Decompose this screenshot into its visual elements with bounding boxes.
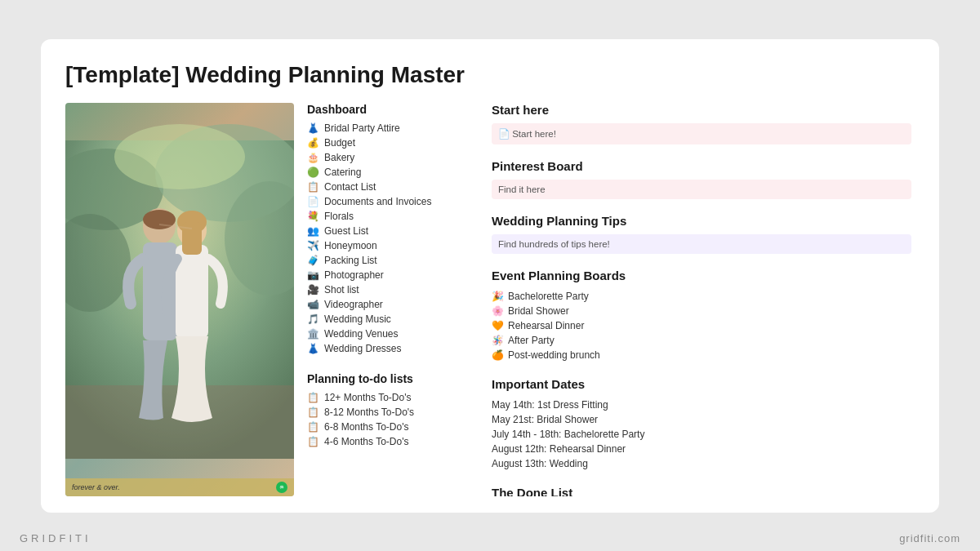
- dashboard-item[interactable]: 👗Wedding Dresses: [307, 341, 475, 356]
- planning-item-label: 8-12 Months To-Do's: [324, 407, 414, 418]
- date-item: August 13th: Wedding: [492, 456, 911, 471]
- planning-item-label: 6-8 Months To-Do's: [324, 421, 408, 433]
- wedding-tips-title: Wedding Planning Tips: [492, 214, 911, 231]
- dashboard-item-emoji: 📷: [307, 269, 320, 281]
- dashboard-item[interactable]: 📷Photographer: [307, 268, 475, 282]
- dashboard-item-label: Wedding Venues: [324, 328, 399, 340]
- event-item-label: Rehearsal Dinner: [508, 320, 584, 331]
- important-dates-list: May 14th: 1st Dress FittingMay 21st: Bri…: [492, 398, 911, 471]
- planning-item-label: 12+ Months To-Do's: [324, 392, 411, 403]
- dashboard-item-label: Bridal Party Attire: [324, 122, 400, 134]
- dashboard-item-emoji: 👗: [307, 343, 320, 354]
- wedding-tips-sub[interactable]: Find hundreds of tips here!: [492, 234, 911, 254]
- dashboard-item[interactable]: ✈️Honeymoon: [307, 238, 475, 253]
- dashboard-item[interactable]: 📹Videographer: [307, 297, 475, 312]
- event-item-emoji: 🌸: [492, 305, 504, 317]
- event-board-item[interactable]: 🎉Bachelorette Party: [492, 289, 911, 304]
- planning-item[interactable]: 📋8-12 Months To-Do's: [307, 405, 475, 420]
- dashboard-item-label: Shot list: [324, 284, 359, 295]
- dashboard-item[interactable]: 💰Budget: [307, 136, 475, 150]
- dashboard-heading: Dashboard: [307, 103, 475, 116]
- event-item-label: After Party: [508, 335, 555, 346]
- dashboard-item-label: Contact List: [324, 181, 376, 193]
- event-item-emoji: 🍊: [492, 349, 504, 361]
- right-column: Start here 📄 Start here! Pinterest Board…: [492, 103, 915, 496]
- planning-item-emoji: 📋: [307, 392, 320, 403]
- brand-left: GRIDFITI: [20, 532, 91, 544]
- dashboard-item[interactable]: 👥Guest List: [307, 224, 475, 238]
- photo-bg: forever & over.: [65, 103, 294, 496]
- done-list-section: The Done List As you finish booking vend…: [492, 486, 911, 496]
- event-board-item[interactable]: 🍊Post-wedding brunch: [492, 348, 911, 362]
- planning-item-label: 4-6 Months To-Do's: [324, 436, 408, 447]
- dashboard-item-label: Videographer: [324, 299, 383, 310]
- dashboard-item[interactable]: 📄Documents and Invoices: [307, 194, 475, 209]
- photo-overlay: forever & over.: [65, 478, 294, 496]
- event-item-label: Post-wedding brunch: [508, 349, 600, 361]
- page-title: [Template] Wedding Planning Master: [65, 62, 915, 88]
- event-item-label: Bridal Shower: [508, 305, 569, 317]
- dashboard-item[interactable]: 👗Bridal Party Attire: [307, 121, 475, 136]
- dashboard-item-label: Wedding Dresses: [324, 343, 402, 354]
- svg-point-16: [278, 484, 285, 491]
- dashboard-item-emoji: 📹: [307, 299, 320, 310]
- date-item: July 14th - 18th: Bachelorette Party: [492, 427, 911, 442]
- dashboard-item-emoji: 🎵: [307, 313, 320, 325]
- dashboard-item[interactable]: 🧳Packing List: [307, 253, 475, 268]
- planning-item[interactable]: 📋12+ Months To-Do's: [307, 390, 475, 405]
- dashboard-item-label: Wedding Music: [324, 313, 391, 325]
- middle-column: Dashboard 👗Bridal Party Attire💰Budget🎂Ba…: [307, 103, 479, 496]
- dashboard-item-label: Guest List: [324, 225, 368, 237]
- dashboard-item[interactable]: 🎂Bakery: [307, 150, 475, 165]
- pinterest-sub[interactable]: Find it here: [492, 180, 911, 199]
- important-dates-section: Important Dates May 14th: 1st Dress Fitt…: [492, 377, 911, 471]
- photo-panel: forever & over.: [65, 103, 294, 496]
- dashboard-item-emoji: 🎂: [307, 152, 320, 163]
- planning-item-emoji: 📋: [307, 421, 320, 433]
- svg-point-4: [114, 124, 245, 189]
- dashboard-item-label: Photographer: [324, 269, 384, 281]
- planning-item-emoji: 📋: [307, 436, 320, 447]
- dashboard-item-emoji: 👗: [307, 122, 320, 134]
- dashboard-item-emoji: 🎥: [307, 284, 320, 295]
- dashboard-item-label: Honeymoon: [324, 240, 377, 251]
- planning-item[interactable]: 📋6-8 Months To-Do's: [307, 420, 475, 434]
- dashboard-item[interactable]: 💐Florals: [307, 209, 475, 224]
- event-item-emoji: 🎉: [492, 291, 504, 302]
- dashboard-item-emoji: ✈️: [307, 240, 320, 251]
- dashboard-item-label: Documents and Invoices: [324, 196, 431, 207]
- event-boards-title: Event Planning Boards: [492, 269, 911, 286]
- overlay-text: forever & over.: [72, 483, 120, 491]
- dashboard-item[interactable]: 🏛️Wedding Venues: [307, 327, 475, 341]
- dashboard-item-emoji: 📄: [307, 196, 320, 207]
- dashboard-item-emoji: 🟢: [307, 167, 320, 178]
- start-here-section: Start here 📄 Start here!: [492, 103, 911, 144]
- planning-list: 📋12+ Months To-Do's📋8-12 Months To-Do's📋…: [307, 390, 475, 449]
- dashboard-item-emoji: 💰: [307, 137, 320, 149]
- important-dates-title: Important Dates: [492, 377, 911, 394]
- event-boards-section: Event Planning Boards 🎉Bachelorette Part…: [492, 269, 911, 362]
- event-boards-list: 🎉Bachelorette Party🌸Bridal Shower🧡Rehear…: [492, 289, 911, 362]
- event-item-label: Bachelorette Party: [508, 291, 589, 302]
- dashboard-item-label: Packing List: [324, 255, 377, 266]
- event-board-item[interactable]: 🌸Bridal Shower: [492, 304, 911, 318]
- planning-heading: Planning to-do lists: [307, 372, 475, 385]
- dashboard-item[interactable]: 📋Contact List: [307, 180, 475, 194]
- pinterest-section: Pinterest Board Find it here: [492, 159, 911, 199]
- event-board-item[interactable]: 🪅After Party: [492, 333, 911, 348]
- spotify-icon: [276, 482, 287, 493]
- event-item-emoji: 🪅: [492, 335, 504, 346]
- dashboard-item-label: Catering: [324, 167, 361, 178]
- dashboard-item[interactable]: 🎵Wedding Music: [307, 312, 475, 327]
- dashboard-item-emoji: 🧳: [307, 255, 320, 266]
- planning-item[interactable]: 📋4-6 Months To-Do's: [307, 434, 475, 449]
- dashboard-item-emoji: 🏛️: [307, 328, 320, 340]
- start-here-sub[interactable]: 📄 Start here!: [492, 123, 911, 144]
- event-board-item[interactable]: 🧡Rehearsal Dinner: [492, 318, 911, 333]
- event-item-emoji: 🧡: [492, 320, 504, 331]
- dashboard-item[interactable]: 🟢Catering: [307, 165, 475, 180]
- dashboard-item-emoji: 💐: [307, 211, 320, 222]
- dashboard-item-emoji: 👥: [307, 225, 320, 237]
- dashboard-list: 👗Bridal Party Attire💰Budget🎂Bakery🟢Cater…: [307, 121, 475, 356]
- dashboard-item[interactable]: 🎥Shot list: [307, 282, 475, 297]
